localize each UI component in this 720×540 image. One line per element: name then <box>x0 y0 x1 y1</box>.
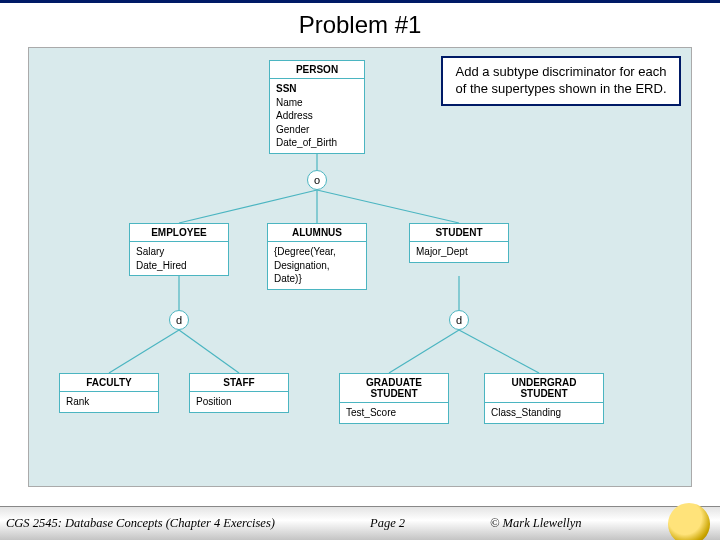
entity-header: FACULTY <box>60 374 158 392</box>
entity-body: Class_Standing <box>485 403 603 423</box>
entity-header: STUDENT <box>410 224 508 242</box>
entity-header: GRADUATE STUDENT <box>340 374 448 403</box>
page-title: Problem #1 <box>0 3 720 47</box>
entity-header: EMPLOYEE <box>130 224 228 242</box>
entity-body: Salary Date_Hired <box>130 242 228 275</box>
attr: Salary <box>136 245 222 259</box>
svg-line-5 <box>109 330 179 373</box>
attr: {Degree(Year, Designation, Date)} <box>274 245 360 286</box>
attr: Position <box>196 395 282 409</box>
footer-page: Page 2 <box>370 516 405 531</box>
erd-diagram: Add a subtype discriminator for each of … <box>28 47 692 487</box>
attr: Address <box>276 109 358 123</box>
svg-line-3 <box>317 190 459 223</box>
attr: Major_Dept <box>416 245 502 259</box>
entity-body: Rank <box>60 392 158 412</box>
attr: Gender <box>276 123 358 137</box>
entity-person: PERSON SSN Name Address Gender Date_of_B… <box>269 60 365 154</box>
entity-body: {Degree(Year, Designation, Date)} <box>268 242 366 289</box>
entity-body: SSN Name Address Gender Date_of_Birth <box>270 79 364 153</box>
instruction-box: Add a subtype discriminator for each of … <box>441 56 681 106</box>
attr: Test_Score <box>346 406 442 420</box>
entity-staff: STAFF Position <box>189 373 289 413</box>
entity-body: Test_Score <box>340 403 448 423</box>
attr: Name <box>276 96 358 110</box>
entity-faculty: FACULTY Rank <box>59 373 159 413</box>
entity-header: STAFF <box>190 374 288 392</box>
footer-copyright: © Mark Llewellyn <box>490 516 581 531</box>
entity-header: UNDERGRAD STUDENT <box>485 374 603 403</box>
entity-body: Major_Dept <box>410 242 508 262</box>
entity-header: ALUMNUS <box>268 224 366 242</box>
overlap-circle: o <box>307 170 327 190</box>
entity-employee: EMPLOYEE Salary Date_Hired <box>129 223 229 276</box>
entity-undergrad-student: UNDERGRAD STUDENT Class_Standing <box>484 373 604 424</box>
entity-header: PERSON <box>270 61 364 79</box>
entity-alumnus: ALUMNUS {Degree(Year, Designation, Date)… <box>267 223 367 290</box>
disjoint-circle-left: d <box>169 310 189 330</box>
attr: SSN <box>276 82 358 96</box>
svg-line-9 <box>459 330 539 373</box>
ucf-logo-icon <box>668 503 710 540</box>
entity-body: Position <box>190 392 288 412</box>
entity-student: STUDENT Major_Dept <box>409 223 509 263</box>
footer-bar: CGS 2545: Database Concepts (Chapter 4 E… <box>0 506 720 540</box>
svg-line-6 <box>179 330 239 373</box>
svg-line-8 <box>389 330 459 373</box>
disjoint-circle-right: d <box>449 310 469 330</box>
attr: Class_Standing <box>491 406 597 420</box>
svg-line-2 <box>179 190 317 223</box>
footer-course: CGS 2545: Database Concepts (Chapter 4 E… <box>0 516 275 531</box>
attr: Date_Hired <box>136 259 222 273</box>
attr: Date_of_Birth <box>276 136 358 150</box>
entity-graduate-student: GRADUATE STUDENT Test_Score <box>339 373 449 424</box>
attr: Rank <box>66 395 152 409</box>
